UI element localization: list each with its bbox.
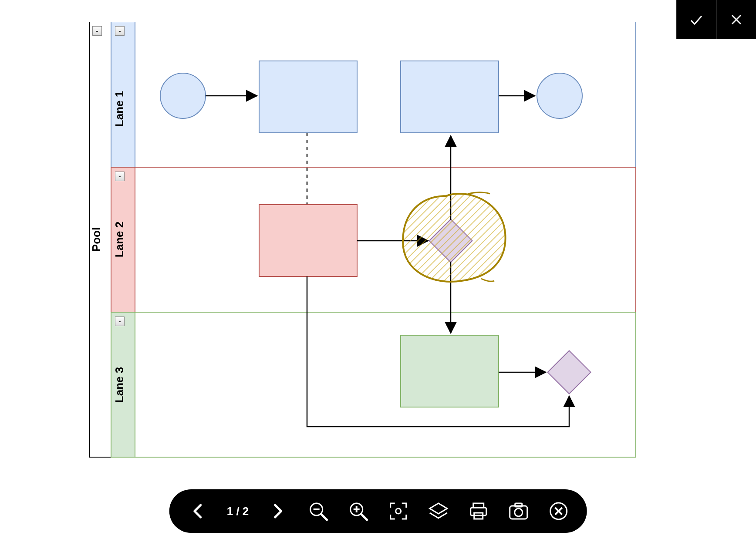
start-event-circle[interactable]	[160, 73, 206, 118]
lane-1-collapse-button[interactable]: -	[115, 26, 125, 36]
zoom-out-icon	[307, 501, 328, 522]
chevron-right-icon	[271, 502, 284, 520]
camera-icon	[508, 501, 529, 522]
fit-screen-button[interactable]	[387, 500, 409, 522]
svg-line-9	[361, 514, 367, 520]
chevron-left-icon	[191, 502, 204, 520]
lane1-task1-rect[interactable]	[259, 61, 357, 133]
svg-marker-13	[429, 503, 447, 514]
check-icon	[688, 11, 705, 28]
lane-3-label: Lane 3	[113, 367, 126, 403]
lane-2-label: Lane 2	[113, 222, 126, 257]
lane-2-collapse-button[interactable]: -	[115, 172, 125, 181]
lane1-task2-rect[interactable]	[401, 61, 499, 133]
layers-button[interactable]	[427, 500, 449, 522]
lane-2[interactable]: Lane 2 -	[111, 167, 636, 312]
close-icon	[728, 11, 745, 28]
pool-collapse-button[interactable]: -	[92, 26, 102, 36]
lane-3-collapse-button[interactable]: -	[115, 317, 125, 326]
close-toolbar-button[interactable]	[547, 500, 569, 522]
svg-line-6	[321, 514, 327, 520]
prev-page-button[interactable]	[187, 500, 209, 522]
lane-2-body[interactable]	[135, 167, 636, 312]
top-action-bar	[676, 0, 756, 39]
lane3-task-rect[interactable]	[401, 335, 499, 407]
end-event-circle[interactable]	[537, 73, 582, 118]
zoom-in-button[interactable]	[347, 500, 369, 522]
lane-3[interactable]: Lane 3 -	[111, 312, 636, 457]
zoom-out-button[interactable]	[307, 500, 329, 522]
zoom-in-icon	[348, 501, 368, 522]
cancel-button[interactable]	[716, 0, 756, 39]
fullscreen-target-icon	[388, 501, 408, 522]
freehand-highlight-annotation[interactable]	[403, 192, 506, 282]
svg-point-18	[514, 508, 522, 516]
svg-rect-15	[470, 508, 486, 515]
print-icon	[468, 501, 489, 522]
layers-icon	[428, 501, 449, 522]
lane2-task-rect[interactable]	[259, 205, 357, 276]
camera-button[interactable]	[507, 500, 529, 522]
viewer-toolbar: 1 / 2	[169, 489, 587, 533]
next-page-button[interactable]	[267, 500, 289, 522]
diagram-canvas[interactable]: Pool - Lane 1 - Lane 2 - Lane 3 -	[89, 22, 636, 458]
page-indicator: 1 / 2	[227, 505, 249, 518]
print-button[interactable]	[467, 500, 489, 522]
confirm-button[interactable]	[676, 0, 716, 39]
lane-1-label: Lane 1	[113, 91, 126, 127]
svg-rect-19	[515, 503, 522, 507]
close-circle-icon	[548, 501, 569, 522]
svg-point-12	[395, 508, 401, 514]
pool-title: Pool	[90, 227, 103, 252]
